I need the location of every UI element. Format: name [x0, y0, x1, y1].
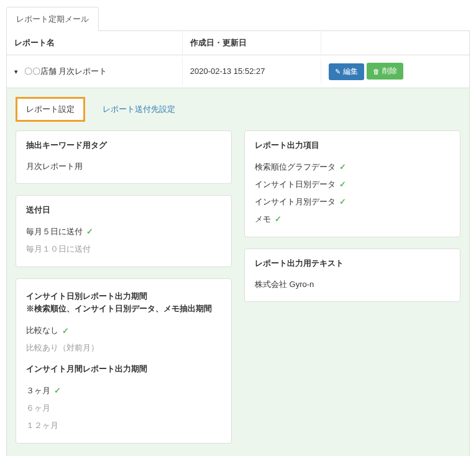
chevron-down-icon: ▾: [14, 68, 18, 76]
period-12m-label: １２ヶ月: [26, 420, 58, 431]
check-icon: ✓: [86, 227, 93, 236]
sub-tabs: レポート設定 レポート送付先設定: [16, 97, 460, 122]
tab-report-mail[interactable]: レポート定期メール: [6, 7, 99, 31]
send-day-option-2[interactable]: 毎月１０日に送付: [26, 240, 221, 258]
header-report-name: レポート名: [7, 31, 183, 55]
output-item-3-label: インサイト月別データ: [255, 196, 336, 207]
compare-none-label: 比較なし: [26, 325, 58, 336]
report-table: レポート名 作成日・更新日 ▾ 〇〇店舗 月次レポート 2020-02-13 1…: [6, 31, 470, 456]
card-keywords: 抽出キーワード用タグ 月次レポート用: [16, 130, 232, 184]
report-name-text: 〇〇店舗 月次レポート: [24, 66, 108, 76]
output-item-2-label: インサイト日別データ: [255, 179, 336, 190]
send-day-option-1[interactable]: 毎月５日に送付 ✓: [26, 223, 221, 240]
card-output-text-title: レポート出力用テキスト: [255, 258, 450, 269]
trash-icon: 🗑: [373, 68, 380, 75]
period-option-3m[interactable]: ３ヶ月 ✓: [26, 382, 221, 399]
header-date: 作成日・更新日: [183, 31, 321, 55]
output-item-1-label: 検索順位グラフデータ: [255, 162, 336, 173]
card-send-day: 送付日 毎月５日に送付 ✓ 毎月１０日に送付: [16, 195, 232, 267]
edit-button-label: 編集: [343, 66, 358, 77]
compare-prev-label: 比較あり（対前月）: [26, 342, 99, 353]
table-row: ▾ 〇〇店舗 月次レポート 2020-02-13 15:52:27 ✎ 編集 🗑…: [7, 55, 469, 88]
period-option-6m[interactable]: ６ヶ月: [26, 399, 221, 417]
send-day-option-2-label: 毎月１０日に送付: [26, 244, 91, 255]
card-insight-period: インサイト日別レポート出力期間 ※検索順位、インサイト日別データ、メモ抽出期間 …: [16, 278, 232, 444]
check-icon: ✓: [275, 214, 281, 224]
card-output-items: レポート出力項目 検索順位グラフデータ ✓ インサイト日別データ ✓ インサイト…: [244, 130, 460, 237]
check-icon: ✓: [339, 162, 346, 171]
period-6m-label: ６ヶ月: [26, 403, 50, 414]
expanded-panel: レポート設定 レポート送付先設定 抽出キーワード用タグ 月次レポート用 送付日 …: [7, 88, 469, 457]
compare-option-none[interactable]: 比較なし ✓: [26, 322, 221, 339]
output-item-2[interactable]: インサイト日別データ ✓: [255, 176, 450, 193]
delete-button[interactable]: 🗑 削除: [367, 63, 403, 80]
card-send-day-title: 送付日: [26, 204, 221, 216]
check-icon: ✓: [339, 180, 346, 189]
pencil-icon: ✎: [335, 68, 341, 76]
cell-report-name[interactable]: ▾ 〇〇店舗 月次レポート: [7, 58, 183, 84]
sub-tab-settings[interactable]: レポート設定: [16, 97, 85, 122]
check-icon: ✓: [62, 326, 69, 335]
edit-button[interactable]: ✎ 編集: [329, 63, 364, 80]
check-icon: ✓: [339, 197, 346, 206]
card-keywords-title: 抽出キーワード用タグ: [26, 140, 221, 151]
period-3m-label: ３ヶ月: [26, 385, 50, 396]
table-header-row: レポート名 作成日・更新日: [7, 31, 469, 55]
card-output-text-value: 株式会社 Gyro-n: [255, 276, 450, 293]
card-output-items-title: レポート出力項目: [255, 140, 450, 151]
output-item-3[interactable]: インサイト月別データ ✓: [255, 193, 450, 211]
header-actions: [321, 31, 469, 55]
card-keywords-value: 月次レポート用: [26, 158, 221, 175]
output-item-1[interactable]: 検索順位グラフデータ ✓: [255, 158, 450, 176]
cell-date: 2020-02-13 15:52:27: [183, 59, 321, 83]
send-day-option-1-label: 毎月５日に送付: [26, 226, 83, 237]
compare-option-prev[interactable]: 比較あり（対前月）: [26, 339, 221, 357]
card-output-text: レポート出力用テキスト 株式会社 Gyro-n: [244, 249, 460, 302]
output-item-4[interactable]: メモ ✓: [255, 211, 450, 228]
delete-button-label: 削除: [382, 66, 397, 76]
period-option-12m[interactable]: １２ヶ月: [26, 417, 221, 434]
check-icon: ✓: [54, 386, 61, 395]
output-item-4-label: メモ: [255, 214, 271, 225]
insight-daily-title: インサイト日別レポート出力期間 ※検索順位、インサイト日別データ、メモ抽出期間: [26, 290, 221, 316]
cell-actions: ✎ 編集 🗑 削除: [321, 55, 469, 88]
insight-monthly-title: インサイト月間レポート出力期間: [26, 363, 221, 376]
sub-tab-recipients[interactable]: レポート送付先設定: [94, 99, 184, 120]
